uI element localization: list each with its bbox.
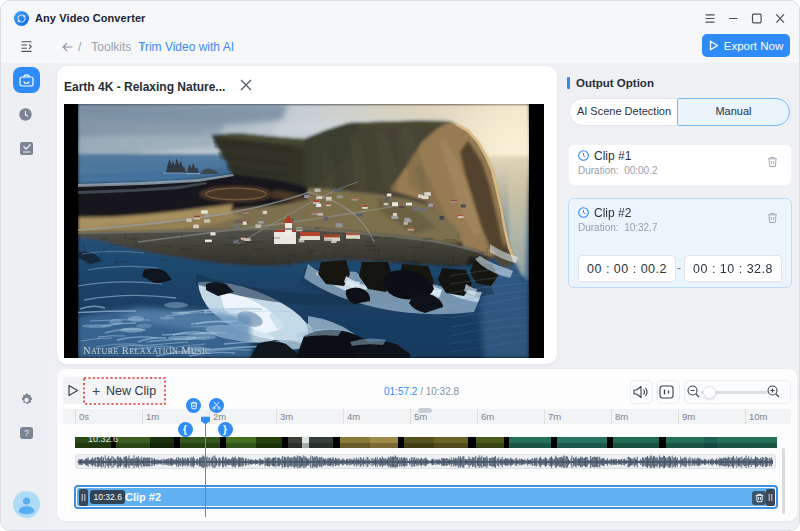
svg-text:NATURE RELAXATION MUSIC: NATURE RELAXATION MUSIC — [83, 345, 211, 356]
svg-text:?: ? — [24, 428, 29, 438]
